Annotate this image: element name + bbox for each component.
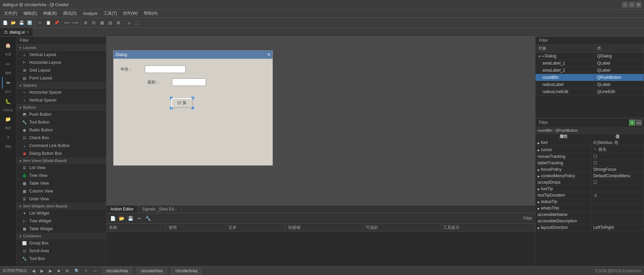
category-spacers[interactable]: Spacers bbox=[16, 82, 106, 89]
object-row-radiuslineedit[interactable]: radiusLineEdit QLineEdit bbox=[536, 88, 644, 95]
menu-build[interactable]: 构建(B) bbox=[40, 10, 59, 17]
widget-dialog-button-box[interactable]: ▣ Dialog Button Box bbox=[16, 150, 106, 158]
toolbar-btn-4[interactable]: 🔙 bbox=[26, 19, 33, 26]
object-row-arealabel1[interactable]: areaLabel_1 QLabel bbox=[536, 60, 644, 67]
nav-prev-button[interactable]: ◀ bbox=[31, 269, 36, 273]
tab-signals-slots[interactable]: Signals _Slots Ed... bbox=[138, 205, 182, 213]
prop-row-tooltip[interactable]: toolTip bbox=[536, 186, 644, 192]
design-canvas[interactable]: Dialog ✕ 半径： 面积： bbox=[113, 50, 273, 166]
tab-close-button[interactable]: ✕ bbox=[26, 30, 29, 34]
action-add-btn[interactable]: 📄 bbox=[109, 215, 117, 222]
object-row-dialog[interactable]: ▪ Dialog QDialog bbox=[536, 53, 644, 60]
activity-project[interactable]: 📁 项目 bbox=[2, 113, 14, 130]
toolbar-layout-v[interactable]: ⊟ bbox=[90, 19, 98, 26]
remove-tab-button[interactable]: — bbox=[92, 269, 98, 273]
toolbar-layout-grid[interactable]: ▦ bbox=[98, 19, 106, 26]
widget-tool-box[interactable]: 🔧 Tool Box bbox=[16, 255, 106, 263]
object-row-arealabel2[interactable]: areaLabel_2 QLabel bbox=[536, 67, 644, 74]
toolbar-layout-h[interactable]: ⊞ bbox=[82, 19, 89, 26]
count-button[interactable]: 计 算 bbox=[171, 98, 193, 108]
prop-row-focuspolicy[interactable]: focusPolicy StrongFocus bbox=[536, 166, 644, 173]
widget-table-view[interactable]: Table View bbox=[16, 180, 106, 187]
search-button[interactable]: 🔍 bbox=[74, 269, 80, 273]
widget-radio-button[interactable]: Radio Button bbox=[16, 126, 106, 134]
menu-edit[interactable]: 编辑(E) bbox=[21, 10, 40, 17]
play-button[interactable]: ▶ bbox=[48, 269, 53, 273]
radius-input[interactable] bbox=[145, 66, 186, 73]
category-layouts[interactable]: Layouts bbox=[16, 44, 106, 51]
prop-row-layoutdirection[interactable]: layoutDirection LeftToRight bbox=[536, 224, 644, 231]
action-delete-btn[interactable]: 🔧 bbox=[144, 215, 152, 222]
status-tab-3[interactable]: circularArea bbox=[171, 268, 202, 274]
widget-grid-layout[interactable]: Grid Layout bbox=[16, 67, 106, 74]
prop-row-tablettracking[interactable]: tabletTracking ☐ bbox=[536, 160, 644, 166]
close-button[interactable]: ✕ bbox=[636, 2, 641, 7]
prop-row-accessibledesc[interactable]: accessibleDescription bbox=[536, 218, 644, 224]
toolbar-btn-8[interactable]: ⟸ bbox=[63, 19, 71, 26]
widget-command-link-button[interactable]: Command Link Button bbox=[16, 142, 106, 150]
toolbar-btn-1[interactable]: 📄 bbox=[1, 19, 9, 26]
object-row-radiuslabel[interactable]: radiusLabel QLabel bbox=[536, 81, 644, 88]
widget-tool-button[interactable]: 🔧 Tool Button bbox=[16, 118, 106, 126]
toolbar-btn-2[interactable]: 📂 bbox=[10, 19, 17, 26]
action-save-btn[interactable]: 💾 bbox=[127, 215, 134, 222]
menu-help[interactable]: 帮助(H) bbox=[141, 10, 160, 17]
prop-add-button[interactable]: + bbox=[629, 120, 635, 126]
widget-list-widget[interactable]: ▾ List Widget bbox=[16, 209, 106, 217]
tab-action-editor[interactable]: Action Editor bbox=[106, 205, 138, 213]
toolbar-preview[interactable]: ⬚ bbox=[133, 19, 141, 26]
tab-dialog-ui[interactable]: 🗋 dialog.ui ✕ bbox=[0, 28, 33, 36]
widget-push-button[interactable]: Push Button bbox=[16, 111, 106, 118]
toolbar-layout-form[interactable]: ▤ bbox=[106, 19, 114, 26]
toolbar-btn-3[interactable]: 💾 bbox=[18, 19, 25, 26]
category-buttons[interactable]: Buttons bbox=[16, 104, 106, 111]
widget-form-layout[interactable]: Form Layout bbox=[16, 74, 106, 82]
activity-debug[interactable]: 🐛 Debug bbox=[2, 95, 14, 112]
widget-list-view[interactable]: List View bbox=[16, 164, 106, 172]
category-containers[interactable]: Containers bbox=[16, 233, 106, 239]
toolbar-btn-5[interactable]: ✂ bbox=[36, 19, 44, 26]
canvas-close[interactable]: ✕ bbox=[267, 52, 271, 57]
area-input[interactable] bbox=[172, 78, 206, 86]
widget-tree-widget[interactable]: ▷ Tree Widget bbox=[16, 217, 106, 225]
widget-horizontal-layout[interactable]: Horizontal Layout bbox=[16, 59, 106, 67]
toolbar-adjust[interactable]: ⊿ bbox=[125, 19, 133, 26]
edit-icon[interactable]: ✏ bbox=[2, 58, 14, 70]
prop-row-whatsthi[interactable]: whatsThis bbox=[536, 205, 644, 212]
nav-next-button[interactable]: ▶ bbox=[40, 269, 44, 273]
activity-welcome[interactable]: 🏠 欢迎 bbox=[2, 39, 14, 57]
widget-group-box[interactable]: Group Box bbox=[16, 239, 106, 247]
add-tab-button[interactable]: + bbox=[84, 269, 88, 273]
prop-row-accessiblename[interactable]: accessibleName bbox=[536, 212, 644, 218]
menu-widgets[interactable]: 控件(W) bbox=[120, 10, 140, 17]
prop-row-cursor[interactable]: cursor ↖ 箭头 bbox=[536, 146, 644, 153]
widget-tree-view[interactable]: 🌲 Tree View bbox=[16, 172, 106, 180]
prop-row-statustip[interactable]: statusTip bbox=[536, 199, 644, 205]
widget-horizontal-spacer[interactable]: Horizontal Spacer bbox=[16, 89, 106, 96]
stop-button[interactable]: ■ bbox=[57, 269, 60, 273]
widget-check-box[interactable]: Check Box bbox=[16, 134, 106, 142]
widget-vertical-spacer[interactable]: Vertical Spacer bbox=[16, 96, 106, 104]
prop-remove-button[interactable]: — bbox=[636, 120, 642, 126]
prop-row-tooltipduration[interactable]: toolTipDuration -1 bbox=[536, 192, 644, 199]
prop-row-font[interactable]: font A [SimSun, 9] bbox=[536, 140, 644, 146]
widget-column-view[interactable]: Column View bbox=[16, 187, 106, 195]
settings-button[interactable]: ⚙ bbox=[65, 269, 70, 273]
widget-undo-view[interactable]: Undo View bbox=[16, 195, 106, 203]
category-item-widgets[interactable]: Item Widgets (Item-Based) bbox=[16, 203, 106, 209]
widget-scroll-area[interactable]: Scroll Area bbox=[16, 247, 106, 255]
prop-row-acceptdrops[interactable]: acceptDrops ☐ bbox=[536, 179, 644, 186]
menu-analyze[interactable]: Analyze bbox=[80, 11, 100, 17]
toolbar-btn-7[interactable]: 📌 bbox=[53, 19, 60, 26]
design-icon[interactable]: ✏ bbox=[2, 77, 14, 89]
menu-file[interactable]: 文件(F) bbox=[1, 10, 20, 17]
action-open-btn[interactable]: 📂 bbox=[118, 215, 125, 222]
minimize-button[interactable]: — bbox=[622, 2, 628, 7]
widget-table-widget[interactable]: Table Widget bbox=[16, 225, 106, 233]
activity-help[interactable]: ? 帮助 bbox=[2, 132, 14, 149]
debug-icon[interactable]: 🐛 bbox=[2, 95, 14, 108]
menu-tools[interactable]: 工具(T) bbox=[101, 10, 120, 17]
menu-debug[interactable]: 调试(D) bbox=[60, 10, 80, 17]
maximize-button[interactable]: □ bbox=[629, 2, 634, 7]
widget-vertical-layout[interactable]: Vertical Layout bbox=[16, 51, 106, 59]
